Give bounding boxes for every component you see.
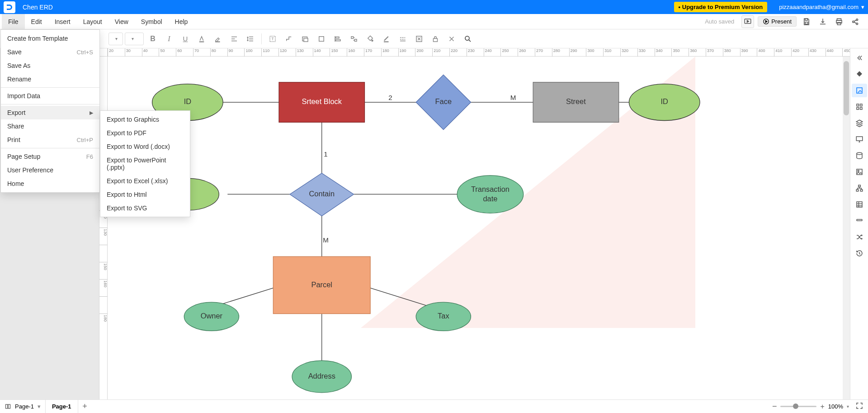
layers-icon[interactable] [852, 116, 867, 130]
svg-rect-62 [857, 202, 862, 207]
line-spacing-button[interactable] [243, 33, 258, 45]
export-menu-item[interactable]: Export to Excel (.xlsx) [100, 174, 190, 188]
file-menu-item[interactable]: Export▶ [1, 106, 99, 119]
bold-button[interactable]: B [146, 33, 160, 45]
svg-text:Address: Address [308, 372, 335, 380]
workspace: 2030405060708090100110120130140150160170… [0, 48, 868, 399]
present-panel-icon[interactable] [852, 133, 867, 146]
pages-dropdown[interactable]: Page-1 ▾ [0, 400, 46, 413]
zoom-controls: − + 100% ▾ [768, 402, 868, 411]
file-menu-item[interactable]: SaveCtrl+S [1, 45, 99, 59]
vertical-scrollbar[interactable] [843, 57, 850, 399]
history-icon[interactable] [852, 247, 867, 260]
connector-button[interactable] [282, 33, 296, 45]
right-rail [850, 48, 868, 399]
font-family-dropdown[interactable]: ▾ [108, 33, 123, 45]
file-menu-item[interactable]: Page SetupF6 [1, 150, 99, 163]
add-page-button[interactable]: + [78, 402, 92, 411]
export-menu-item[interactable]: Export to SVG [100, 201, 190, 215]
fill-color-button[interactable] [363, 33, 377, 45]
sitemap-icon[interactable] [852, 181, 867, 195]
line-color-button[interactable] [379, 33, 394, 45]
menu-symbol[interactable]: Symbol [135, 14, 169, 29]
align-button[interactable] [227, 33, 241, 45]
ruler-panel-icon[interactable] [852, 214, 867, 228]
svg-rect-57 [857, 169, 862, 175]
svg-line-36 [370, 288, 434, 308]
document-title[interactable]: Chen ERD [23, 4, 53, 11]
menu-file[interactable]: File [2, 14, 25, 29]
menu-edit[interactable]: Edit [25, 14, 48, 29]
svg-rect-10 [199, 41, 204, 42]
svg-text:Tax: Tax [438, 312, 449, 320]
edge-label-m2: M [323, 236, 329, 244]
text-box-button[interactable]: T [265, 33, 280, 45]
print-icon-button[interactable] [833, 15, 845, 28]
share-icon-button[interactable] [849, 15, 862, 28]
page-tab[interactable]: Page-1 [46, 400, 78, 413]
svg-rect-15 [304, 38, 308, 42]
align-left-obj-button[interactable] [330, 33, 345, 45]
zoom-in-button[interactable]: + [820, 403, 824, 411]
zoom-out-button[interactable]: − [772, 402, 777, 411]
export-menu-item[interactable]: Export to PDF [100, 126, 190, 140]
table-icon[interactable] [852, 198, 867, 211]
file-menu-item[interactable]: Import Data [1, 89, 99, 103]
lock-button[interactable] [428, 33, 443, 45]
shuffle-icon[interactable] [852, 230, 867, 244]
export-menu-item[interactable]: Export to Html [100, 188, 190, 201]
edge-label-1: 1 [324, 150, 327, 158]
font-size-dropdown[interactable]: ▾ [125, 33, 144, 45]
shape-outline-button[interactable] [298, 33, 312, 45]
format-panel-icon[interactable] [852, 84, 867, 97]
present-button[interactable]: Present [758, 16, 797, 27]
svg-rect-2 [805, 19, 807, 20]
search-button[interactable] [461, 33, 475, 45]
svg-rect-64 [8, 404, 10, 408]
pages-icon [5, 403, 11, 410]
zoom-slider[interactable] [780, 406, 816, 407]
menu-layout[interactable]: Layout [77, 14, 108, 29]
download-icon-button[interactable] [816, 15, 829, 28]
file-menu-item[interactable]: Share [1, 119, 99, 133]
menu-insert[interactable]: Insert [48, 14, 77, 29]
shape-fill-button[interactable] [314, 33, 329, 45]
canvas[interactable]: 2 M 1 M ID Srteet Block Face Street [108, 57, 843, 399]
font-color-button[interactable] [194, 33, 209, 45]
file-menu-item[interactable]: Home [1, 177, 99, 190]
image-icon[interactable] [852, 165, 867, 179]
grid-icon[interactable] [852, 100, 867, 114]
zoom-level[interactable]: 100% [828, 403, 843, 410]
collapse-rail-button[interactable] [852, 51, 867, 65]
database-icon[interactable] [852, 149, 867, 162]
svg-rect-51 [857, 104, 859, 106]
highlight-button[interactable] [211, 33, 225, 45]
upgrade-button[interactable]: • Upgrade to Premium Version [674, 2, 768, 12]
chevron-down-icon: ▾ [861, 4, 864, 10]
account-menu[interactable]: pizzaaandparatha@gmail.com ▾ [779, 4, 864, 10]
italic-button[interactable]: I [162, 33, 176, 45]
file-menu-item[interactable]: Rename [1, 72, 99, 86]
save-icon-button[interactable] [800, 15, 813, 28]
file-menu-item[interactable]: Create from Template [1, 32, 99, 45]
svg-rect-59 [858, 185, 860, 187]
line-style-button[interactable] [396, 33, 410, 45]
app-logo[interactable] [4, 1, 15, 13]
export-menu-item[interactable]: Export to Word (.docx) [100, 140, 190, 153]
menu-view[interactable]: View [108, 14, 135, 29]
eraser-button[interactable] [412, 33, 426, 45]
file-menu-item[interactable]: PrintCtrl+P [1, 133, 99, 147]
file-menu-item[interactable]: User Preference [1, 163, 99, 177]
export-menu-item[interactable]: Export to Graphics [100, 113, 190, 126]
slideshow-button[interactable] [741, 15, 754, 28]
export-menu-item[interactable]: Export to PowerPoint (.pptx) [100, 153, 190, 174]
fullscreen-button[interactable] [855, 402, 863, 411]
file-menu-item[interactable]: Save As [1, 59, 99, 72]
underline-button[interactable]: U [178, 33, 193, 45]
distribute-button[interactable] [347, 33, 361, 45]
svg-rect-60 [856, 190, 859, 191]
menu-help[interactable]: Help [169, 14, 194, 29]
tools-button[interactable] [444, 33, 459, 45]
svg-rect-63 [6, 404, 8, 408]
theme-icon[interactable] [852, 67, 867, 81]
